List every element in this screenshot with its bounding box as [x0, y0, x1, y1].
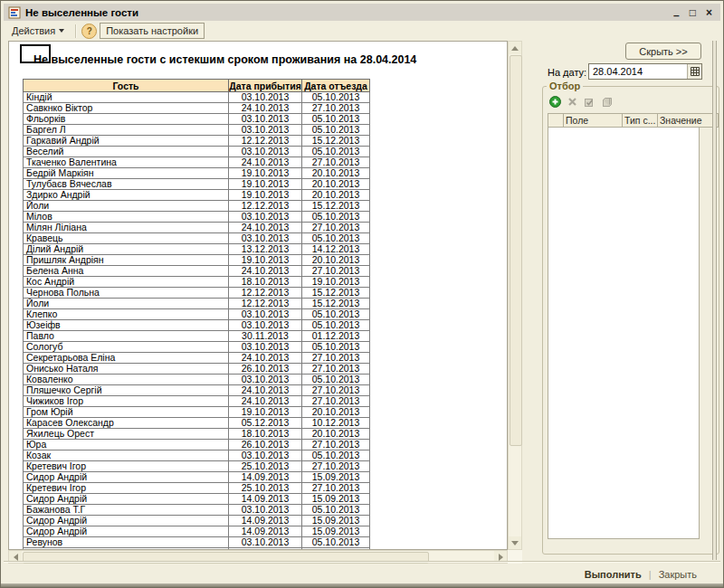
date-cell: 19.10.2013: [229, 179, 302, 190]
delete-filter-button[interactable]: [566, 95, 578, 108]
table-row[interactable]: Сидор Андрій14.09.201315.09.2013: [24, 526, 370, 537]
table-row[interactable]: Клепко03.10.201305.10.2013: [24, 309, 370, 320]
date-cell: 27.10.2013: [302, 385, 370, 396]
date-cell: 12.12.2013: [229, 136, 302, 147]
guest-name-cell: Клепко: [24, 309, 229, 320]
close-button[interactable]: ×: [706, 7, 712, 18]
table-row[interactable]: Пляшечко Сергій24.10.201327.10.2013: [24, 385, 370, 396]
table-row[interactable]: Мілян Ліліана24.10.201327.10.2013: [24, 223, 370, 233]
table-row[interactable]: Юзеіфв03.10.201305.10.2013: [24, 320, 370, 331]
arrow-down-icon: [511, 541, 519, 545]
table-row[interactable]: Бажанова Т.Г03.10.201305.10.2013: [24, 505, 370, 516]
close-form-button[interactable]: Закрыть: [659, 569, 697, 580]
guest-name-cell: Кретевич Ігор: [24, 483, 229, 494]
report-area[interactable]: Не выселенные гости с истекшим сроком пр…: [8, 41, 508, 550]
scroll-down-button[interactable]: [509, 536, 521, 549]
table-row[interactable]: Бедрій Маркіян19.10.201320.10.2013: [24, 168, 370, 179]
table-row[interactable]: Козак03.10.201305.10.2013: [24, 450, 370, 461]
table-row[interactable]: Юра26.10.201327.10.2013: [24, 440, 370, 450]
table-row[interactable]: Яхилець Орест18.10.201320.10.2013: [24, 429, 370, 440]
date-cell: 24.10.2013: [229, 385, 302, 396]
scroll-up-button[interactable]: [509, 42, 521, 54]
table-row[interactable]: Сидор Андрій14.09.201315.09.2013: [24, 494, 370, 505]
date-input[interactable]: [589, 64, 691, 79]
uncheck-all-button[interactable]: [600, 95, 613, 108]
hide-settings-button[interactable]: Скрыть >>: [625, 43, 701, 60]
minimize-button[interactable]: –: [673, 10, 680, 21]
add-filter-button[interactable]: [548, 95, 561, 108]
table-row[interactable]: Онисько Наталя26.10.201327.10.2013: [24, 364, 370, 375]
table-row[interactable]: Чижиков Ігор24.10.201327.10.2013: [24, 396, 370, 407]
table-row[interactable]: Кіндій03.10.201305.10.2013: [24, 92, 370, 103]
date-cell: 15.09.2013: [302, 494, 370, 505]
guest-name-cell: Пришляк Андріян: [24, 255, 229, 266]
table-row[interactable]: Баргел Л03.10.201305.10.2013: [24, 125, 370, 136]
guest-name-cell: Юра: [24, 440, 229, 450]
vertical-scroll-thumb[interactable]: [510, 55, 522, 446]
table-row[interactable]: Гром Юрій19.10.201320.10.2013: [24, 407, 370, 418]
table-row[interactable]: Чернова Польна12.12.201315.12.2013: [24, 288, 370, 299]
guest-name-cell: Кравець: [24, 233, 229, 244]
table-row[interactable]: Мілов03.10.201305.10.2013: [24, 212, 370, 223]
date-cell: 03.10.2013: [229, 505, 302, 516]
date-cell: 03.10.2013: [229, 125, 302, 136]
date-cell: 14.12.2013: [302, 244, 370, 255]
table-row[interactable]: Ділий Андрій13.12.201314.12.2013: [24, 244, 370, 255]
check-all-button[interactable]: [583, 95, 595, 108]
footer-bar: Выполнить | Закрыть: [4, 564, 720, 584]
guest-name-cell: Чернова Польна: [24, 288, 229, 299]
column-header-guest: Гость: [24, 80, 229, 92]
date-cell: 05.10.2013: [302, 147, 370, 157]
table-row[interactable]: Сологуб03.10.201305.10.2013: [24, 342, 370, 353]
maximize-button[interactable]: □: [690, 7, 696, 18]
window-title: Не выселенные гости: [25, 7, 673, 18]
table-row[interactable]: Веселий03.10.201305.10.2013: [24, 147, 370, 157]
table-row[interactable]: Ревунов03.10.201305.10.2013: [24, 537, 370, 548]
date-cell: 05.10.2013: [302, 233, 370, 244]
filter-column-field: Поле: [564, 114, 623, 128]
table-row[interactable]: Тулубаєв Вячеслав19.10.201320.10.2013: [24, 179, 370, 190]
table-row[interactable]: Кретевич Ігор25.10.201327.10.2013: [24, 483, 370, 494]
table-row[interactable]: Йоли12.12.201315.12.2013: [24, 201, 370, 212]
table-row[interactable]: Здирко Андрій19.10.201320.10.2013: [24, 190, 370, 201]
calendar-picker-button[interactable]: [687, 64, 701, 79]
date-cell: 05.10.2013: [302, 320, 370, 331]
report-window-icon: [8, 6, 21, 19]
table-row[interactable]: Коваленко03.10.201305.10.2013: [24, 375, 370, 385]
table-row[interactable]: Савкнко Віктор24.10.201327.10.2013: [24, 103, 370, 114]
window: { "window": { "title": "Не выселенные го…: [0, 0, 724, 588]
help-button[interactable]: ?: [81, 24, 97, 39]
table-row[interactable]: Ткаченко Валентина24.10.201327.10.2013: [24, 157, 370, 168]
table-row[interactable]: Белена Анна24.10.201327.10.2013: [24, 266, 370, 277]
guest-name-cell: Тулубаєв Вячеслав: [24, 179, 229, 190]
guest-name-cell: Здирко Андрій: [24, 190, 229, 201]
column-header-arrival: Дата прибытия: [229, 80, 302, 92]
table-row[interactable]: Сидор Андрій14.09.201315.09.2013: [24, 472, 370, 483]
date-cell: 14.09.2013: [229, 494, 302, 505]
calendar-grid-icon: [691, 67, 700, 76]
actions-menu-button[interactable]: Действия: [5, 24, 71, 38]
table-row[interactable]: Сидор Андрій14.09.201315.09.2013: [24, 516, 370, 526]
table-row[interactable]: Кретевич Ігор25.10.201327.10.2013: [24, 461, 370, 472]
vertical-scrollbar[interactable]: [508, 41, 522, 550]
table-row[interactable]: Йоли12.12.201315.12.2013: [24, 299, 370, 309]
date-cell: 05.10.2013: [302, 375, 370, 385]
show-settings-label: Показать настройки: [106, 25, 198, 36]
window-resize-edge[interactable]: [712, 41, 717, 560]
table-row[interactable]: Секретарьова Еліна24.10.201327.10.2013: [24, 353, 370, 364]
show-settings-button[interactable]: Показать настройки: [100, 23, 205, 39]
title-bar: Не выселенные гости – □ ×: [4, 4, 720, 21]
filter-table-body[interactable]: [548, 128, 700, 539]
table-row[interactable]: Пришляк Андріян19.10.201320.10.2013: [24, 255, 370, 266]
guest-name-cell: Кос Андрій: [24, 277, 229, 288]
table-row[interactable]: Кравець03.10.201305.10.2013: [24, 233, 370, 244]
guest-name-cell: Юзеіфв: [24, 320, 229, 331]
table-row[interactable]: Кос Андрій18.10.201319.10.2013: [24, 277, 370, 288]
table-row[interactable]: Фльорків03.10.201305.10.2013: [24, 114, 370, 125]
guest-name-cell: Секретарьова Еліна: [24, 353, 229, 364]
table-row[interactable]: Гаркавий Андрій12.12.201315.12.2013: [24, 136, 370, 147]
date-cell: 19.10.2013: [229, 168, 302, 179]
execute-button[interactable]: Выполнить: [585, 569, 642, 580]
table-row[interactable]: Павло30.11.201301.12.2013: [24, 331, 370, 342]
table-row[interactable]: Карасев Олександр05.12.201310.12.2013: [24, 418, 370, 429]
